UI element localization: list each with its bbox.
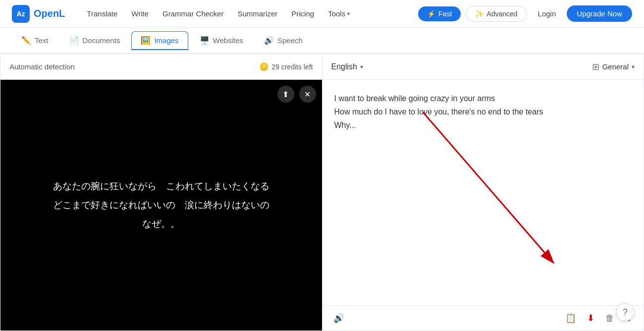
translated-line-1: I want to break while going crazy in you… bbox=[334, 92, 632, 105]
general-select[interactable]: ⊞ General ▾ bbox=[592, 61, 635, 72]
nav-summarizer[interactable]: Summarizer bbox=[231, 6, 283, 21]
close-image-button[interactable]: ✕ bbox=[299, 86, 316, 103]
svg-line-1 bbox=[423, 112, 553, 263]
target-pane-header: English ▾ ⊞ General ▾ bbox=[322, 54, 644, 80]
tab-speech[interactable]: 🔊 Speech bbox=[255, 31, 312, 50]
nav-links: Translate Write Grammar Checker Summariz… bbox=[81, 6, 418, 21]
websites-tab-icon: 🖥️ bbox=[200, 36, 210, 45]
logo[interactable]: Az OpenL bbox=[12, 5, 65, 23]
credits-text: 29 credits left bbox=[271, 63, 313, 71]
advanced-button[interactable]: ✨ Advanced bbox=[466, 6, 527, 22]
help-icon: ? bbox=[623, 307, 628, 318]
target-pane: English ▾ ⊞ General ▾ I want to break wh… bbox=[322, 54, 644, 331]
fast-icon: ⚡ bbox=[427, 10, 435, 18]
login-button[interactable]: Login bbox=[532, 6, 562, 21]
grid-icon: ⊞ bbox=[592, 61, 599, 72]
footer-left: 🔊 bbox=[331, 311, 346, 326]
trash-icon: 🗑 bbox=[605, 313, 614, 324]
copy-icon: 📋 bbox=[565, 313, 576, 324]
download-button[interactable]: ⬇ bbox=[585, 311, 596, 326]
fast-button[interactable]: ⚡ Fast bbox=[418, 6, 461, 21]
chevron-down-icon: ▾ bbox=[347, 11, 350, 16]
source-pane-header: Automatic detection 🪙 29 credits left bbox=[0, 54, 322, 80]
speaker-icon: 🔊 bbox=[333, 313, 344, 324]
logo-text: OpenL bbox=[34, 8, 65, 19]
logo-icon: Az bbox=[12, 5, 30, 23]
tab-documents[interactable]: 📄 Documents bbox=[60, 31, 130, 50]
upload-button[interactable]: ⬆ bbox=[277, 86, 294, 103]
copy-button[interactable]: 📋 bbox=[563, 311, 578, 326]
speaker-button[interactable]: 🔊 bbox=[331, 311, 346, 326]
trash-button[interactable]: 🗑 bbox=[603, 311, 616, 326]
japanese-text: あなたの腕に狂いながら こわれてしまいたくなる どこまで好きになればいいの 涙に… bbox=[41, 165, 281, 245]
auto-detect-label: Automatic detection bbox=[9, 62, 75, 71]
nav-pricing[interactable]: Pricing bbox=[285, 6, 320, 21]
translated-line-3: Why... bbox=[334, 118, 632, 132]
download-icon: ⬇ bbox=[587, 313, 594, 324]
images-tab-icon: 🖼️ bbox=[141, 36, 151, 45]
upload-icon: ⬆ bbox=[282, 90, 289, 99]
nav-write[interactable]: Write bbox=[125, 6, 155, 21]
help-button[interactable]: ? bbox=[616, 303, 634, 321]
navbar: Az OpenL Translate Write Grammar Checker… bbox=[0, 0, 644, 28]
advanced-icon: ✨ bbox=[475, 10, 483, 18]
speech-tab-icon: 🔊 bbox=[264, 36, 274, 45]
credits-badge: 🪙 29 credits left bbox=[259, 62, 313, 71]
nav-grammar[interactable]: Grammar Checker bbox=[157, 6, 229, 21]
credits-icon: 🪙 bbox=[259, 62, 269, 71]
nav-tools[interactable]: Tools ▾ bbox=[322, 6, 356, 21]
nav-translate[interactable]: Translate bbox=[81, 6, 123, 21]
documents-tab-icon: 📄 bbox=[69, 36, 79, 45]
source-pane: Automatic detection 🪙 29 credits left あな… bbox=[0, 54, 322, 331]
image-toolbar: ⬆ ✕ bbox=[277, 86, 316, 103]
close-icon: ✕ bbox=[304, 90, 311, 99]
tabs-bar: ✏️ Text 📄 Documents 🖼️ Images 🖥️ Website… bbox=[0, 28, 644, 54]
tab-text[interactable]: ✏️ Text bbox=[12, 31, 58, 50]
translated-line-2: How much do I have to love you, there's … bbox=[334, 105, 632, 118]
tab-websites[interactable]: 🖥️ Websites bbox=[190, 31, 253, 50]
upgrade-button[interactable]: Upgrade Now bbox=[567, 5, 632, 22]
language-label: English bbox=[331, 62, 357, 71]
chevron-down-icon: ▾ bbox=[360, 63, 363, 70]
nav-right: ⚡ Fast ✨ Advanced Login Upgrade Now bbox=[418, 5, 632, 22]
language-select[interactable]: English ▾ bbox=[331, 62, 363, 71]
target-pane-footer: 🔊 📋 ⬇ 🗑 ⬆ bbox=[322, 305, 644, 331]
translator: Automatic detection 🪙 29 credits left あな… bbox=[0, 54, 644, 331]
source-image-area: あなたの腕に狂いながら こわれてしまいたくなる どこまで好きになればいいの 涙に… bbox=[0, 80, 322, 331]
tab-images[interactable]: 🖼️ Images bbox=[131, 31, 188, 50]
translation-output: I want to break while going crazy in you… bbox=[322, 80, 644, 305]
text-tab-icon: ✏️ bbox=[21, 36, 31, 45]
chevron-down-icon: ▾ bbox=[632, 63, 635, 70]
